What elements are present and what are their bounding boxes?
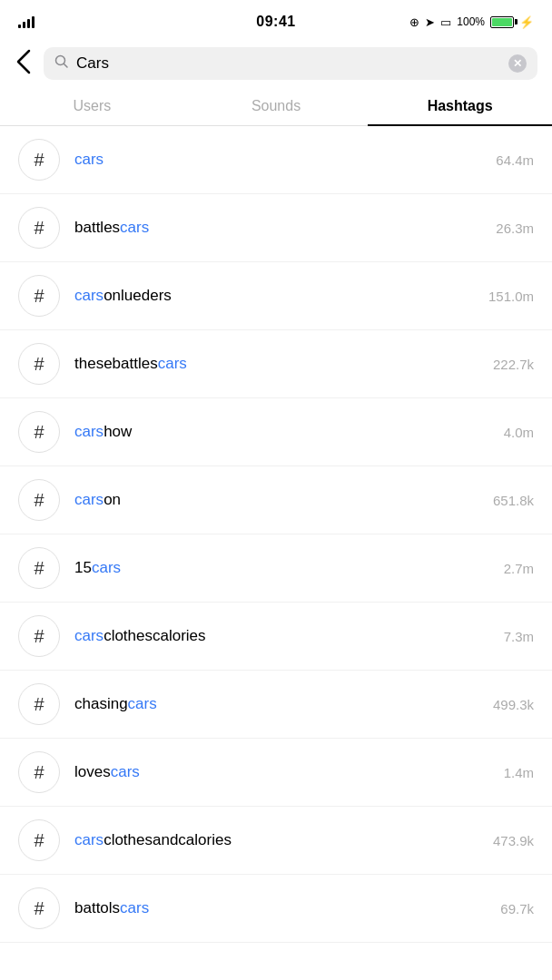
hashtag-icon-circle: # [18,275,60,317]
hashtag-text-container: carson [74,491,478,509]
hashtag-text-container: 15cars [74,559,489,577]
hashtag-name: battolscars [74,899,149,917]
hashtag-icon-circle: # [18,139,60,181]
hashtag-item[interactable]: #battolscars69.7k [0,875,552,943]
tab-users[interactable]: Users [0,87,184,125]
hashtag-text-container: carshow [74,423,489,441]
hashtag-highlight: cars [74,491,104,508]
hashtag-text-container: cars [74,151,481,169]
search-bar: Cars ✕ [0,40,552,87]
hashtag-item[interactable]: #thesebattlescars222.7k [0,330,552,398]
hashtag-highlight: cars [120,899,149,916]
hashtag-icon-circle: # [18,207,60,249]
signal-bars [18,15,34,28]
hashtag-highlight: cars [92,559,121,576]
hashtag-highlight: cars [128,695,157,712]
hashtag-icon-circle: # [18,751,60,793]
battery-percent: 100% [457,15,485,28]
hashtag-name: battlescars [74,219,149,237]
hashtag-count: 4.0m [504,425,534,440]
hashtag-item[interactable]: #carson651.8k [0,466,552,534]
hashtag-icon-circle: # [18,343,60,385]
hashtag-icon-circle: # [18,479,60,521]
hashtag-count: 222.7k [493,357,534,372]
status-time: 09:41 [256,14,295,30]
hashtag-text-container: lovescars [74,763,489,781]
hashtag-icon-circle: # [18,615,60,657]
location-icon: ⊕ [409,15,419,29]
hashtag-name: 15cars [74,559,121,577]
hashtag-count: 499.3k [493,697,534,712]
screen-mirror-icon: ▭ [440,15,451,29]
hashtag-item[interactable]: #carsonlueders151.0m [0,262,552,330]
hashtag-icon-circle: # [18,683,60,725]
hashtag-highlight: cars [74,627,104,644]
hashtag-name: carsonlueders [74,287,172,305]
signal-bar-3 [27,19,30,28]
battery [490,16,514,28]
hashtag-count: 151.0m [488,289,534,304]
hashtag-text-container: chasingcars [74,695,478,713]
hashtag-name: cars [74,151,104,169]
hashtag-icon-circle: # [18,547,60,589]
battery-container [490,16,514,28]
signal-bar-4 [32,16,34,28]
search-input-container[interactable]: Cars ✕ [44,47,537,80]
hashtag-icon-circle: # [18,887,60,929]
hashtag-count: 69.7k [500,901,534,916]
hashtag-name: thesebattlescars [74,355,187,373]
tab-sounds[interactable]: Sounds [184,87,369,125]
hashtag-item[interactable]: #15cars2.7m [0,534,552,603]
hashtag-name: carsclothescalories [74,627,206,645]
hashtag-item[interactable]: #carsclothescalories7.3m [0,603,552,671]
signal-bar-1 [18,24,21,28]
clear-icon: ✕ [513,58,522,69]
hashtag-name: carshow [74,423,132,441]
status-left [18,15,34,28]
hashtag-list: #cars64.4m#battlescars26.3m#carsonlueder… [0,126,552,943]
hashtag-name: chasingcars [74,695,157,713]
hashtag-text-container: carsclothescalories [74,627,489,645]
hashtag-count: 7.3m [504,629,534,644]
hashtag-item[interactable]: #carshow4.0m [0,398,552,466]
hashtag-icon-circle: # [18,819,60,861]
hashtag-count: 26.3m [496,220,534,236]
hashtag-text-container: battlescars [74,219,481,237]
status-right: ⊕ ➤ ▭ 100% ⚡ [409,15,534,29]
hashtag-item[interactable]: #cars64.4m [0,126,552,194]
hashtag-highlight: cars [120,219,149,236]
hashtag-highlight: cars [111,763,140,780]
hashtag-name: carsclothesandcalories [74,831,232,849]
hashtag-highlight: cars [74,831,104,848]
hashtag-item[interactable]: #lovescars1.4m [0,739,552,807]
hashtag-count: 1.4m [504,765,534,780]
hashtag-highlight: cars [74,151,104,168]
hashtag-icon-circle: # [18,411,60,453]
hashtag-name: lovescars [74,763,140,781]
hashtag-text-container: carsclothesandcalories [74,831,478,849]
tabs-container: Users Sounds Hashtags [0,87,552,126]
hashtag-highlight: cars [158,355,187,372]
hashtag-name: carson [74,491,121,509]
hashtag-item[interactable]: #battlescars26.3m [0,194,552,262]
back-button[interactable] [15,47,33,80]
search-icon [54,54,69,73]
hashtag-count: 651.8k [493,493,534,508]
hashtag-count: 64.4m [496,152,534,168]
hashtag-item[interactable]: #carsclothesandcalories473.9k [0,807,552,875]
hashtag-highlight: cars [74,423,104,440]
status-bar: 09:41 ⊕ ➤ ▭ 100% ⚡ [0,0,552,40]
hashtag-highlight: cars [74,287,104,304]
signal-bar-2 [23,22,25,28]
hashtag-text-container: carsonlueders [74,287,474,305]
hashtag-count: 2.7m [504,561,534,576]
hashtag-text-container: battolscars [74,899,486,917]
search-query-text: Cars [76,54,501,73]
battery-fill [492,18,512,26]
hashtag-item[interactable]: #chasingcars499.3k [0,671,552,739]
hashtag-text-container: thesebattlescars [74,355,478,373]
clear-search-button[interactable]: ✕ [508,54,527,73]
tab-hashtags[interactable]: Hashtags [368,87,552,125]
charging-icon: ⚡ [519,15,534,29]
hashtag-count: 473.9k [493,833,534,848]
